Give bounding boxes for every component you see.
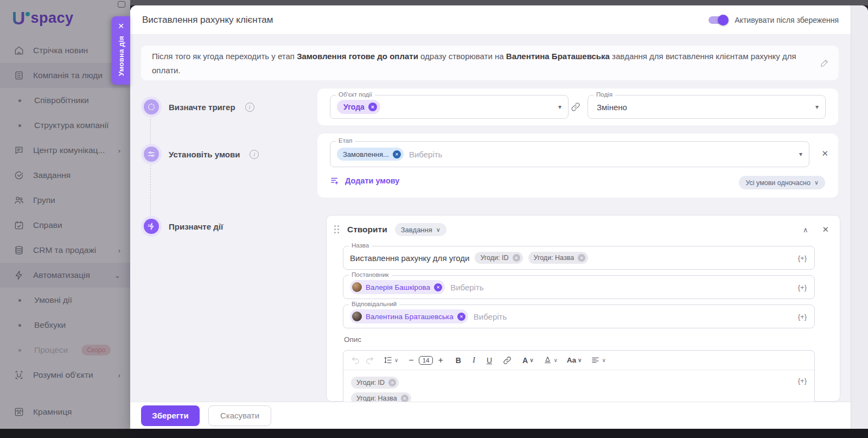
remove-chip-icon[interactable] [393, 150, 401, 158]
token-label: Угоди: Назва [356, 395, 397, 402]
conditions-step-icon [144, 147, 159, 162]
activate-toggle[interactable] [709, 16, 727, 24]
italic-button[interactable]: I [473, 356, 475, 365]
task-responsible-field[interactable]: Відповідальний Валентина Браташевська Ви… [343, 304, 815, 328]
modal-title: Виставлення рахунку клієнтам [142, 15, 273, 26]
field-placeholder: Виберіть [409, 150, 443, 159]
chip-label: Угода [343, 103, 365, 111]
redo-button[interactable] [365, 356, 374, 365]
action-card-header: Створити Завдання ∨ ∧ ✕ [334, 223, 829, 237]
stage-chip: Замовлення... [337, 148, 404, 161]
editor-content[interactable]: Угоди: ID Угоди: Назва {+} [343, 370, 814, 402]
underline-button[interactable]: U [487, 356, 492, 365]
step-label: Установіть умови [169, 150, 240, 159]
info-icon[interactable] [250, 150, 259, 159]
token-label: Угоди: ID [480, 254, 508, 262]
description-stage-highlight: Замовлення готове до оплати [297, 52, 418, 61]
variable-token-chip: Угоди: Назва [351, 392, 411, 402]
activate-toggle-label: Активувати після збереження [735, 16, 839, 24]
info-icon[interactable] [245, 103, 254, 112]
modal-scroll-gutter[interactable] [851, 5, 868, 429]
task-author-field[interactable]: Постановник Валерія Башкірова Виберіть {… [343, 275, 815, 299]
dropdown-arrow-icon[interactable] [815, 103, 819, 111]
font-size-decrease-button[interactable]: − [409, 356, 413, 365]
event-value: Змінено [597, 103, 627, 112]
remove-person-icon[interactable] [434, 283, 442, 291]
field-label: Об'єкт події [336, 91, 375, 98]
insert-variable-button[interactable]: {+} [798, 377, 807, 385]
align-button[interactable]: ∨ [591, 356, 605, 365]
text-style-button[interactable]: Aa∨ [567, 356, 582, 364]
remove-token-icon[interactable] [513, 254, 520, 262]
line-spacing-button[interactable]: ∨ [384, 356, 398, 365]
conditional-action-drawer-tab[interactable]: ✕ Умовна дія [112, 16, 130, 85]
save-button[interactable]: Зберегти [141, 405, 200, 426]
edit-description-icon[interactable] [819, 58, 830, 68]
description-person-highlight: Валентина Браташевська [506, 52, 610, 61]
conditional-action-modal: Виставлення рахунку клієнтам Активувати … [130, 5, 868, 429]
task-name-field[interactable]: Назва Виставлення рахунку для угоди Угод… [343, 246, 815, 270]
drag-handle-icon[interactable] [334, 225, 340, 234]
trigger-section: Об'єкт події Угода Подія Змінено [317, 88, 838, 125]
remove-chip-icon[interactable] [368, 103, 377, 111]
cancel-button[interactable]: Скасувати [208, 405, 271, 426]
undo-button[interactable] [351, 356, 360, 365]
field-label: Подія [593, 91, 615, 98]
insert-variable-button[interactable]: {+} [798, 254, 807, 262]
remove-condition-icon[interactable]: ✕ [821, 149, 828, 158]
stage-select[interactable]: Етап Замовлення... Виберіть [330, 141, 809, 167]
bold-button[interactable]: B [456, 356, 461, 365]
variable-token-chip: Угоди: Назва [528, 252, 589, 264]
highlight-color-button[interactable]: ∨ [543, 356, 558, 365]
editor-toolbar: ∨ − 14 + B I U A∨ ∨ Aa∨ ∨ [343, 351, 814, 370]
conditions-mode-dropdown[interactable]: Усі умови одночасно ∨ [739, 176, 825, 189]
field-label: Постановник [349, 271, 392, 278]
step-define-trigger: Визначте тригер [144, 99, 254, 115]
toggle-knob [718, 15, 729, 26]
field-placeholder: Виберіть [474, 312, 507, 321]
drawer-tab-label: Умовна дія [117, 36, 125, 76]
steps-connector [150, 116, 151, 224]
dropdown-arrow-icon[interactable] [799, 150, 802, 158]
insert-link-button[interactable] [502, 356, 512, 365]
text-color-button[interactable]: A∨ [522, 356, 533, 365]
add-condition-label: Додати умову [345, 176, 399, 185]
event-object-select[interactable]: Об'єкт події Угода [330, 95, 569, 119]
action-create-task-card: Створити Завдання ∨ ∧ ✕ Назва Вист [326, 215, 840, 402]
automation-description: Після того як угода переходить у етап За… [141, 46, 839, 80]
remove-person-icon[interactable] [457, 313, 465, 321]
avatar [352, 282, 362, 292]
font-size-increase-button[interactable]: + [438, 356, 443, 365]
remove-token-icon[interactable] [388, 379, 396, 386]
chevron-down-icon: ∨ [814, 179, 819, 186]
trigger-step-icon [144, 99, 159, 115]
field-placeholder: Виберіть [450, 283, 484, 292]
font-size-value[interactable]: 14 [419, 356, 433, 365]
event-select[interactable]: Подія Змінено [588, 95, 826, 119]
collapse-card-icon[interactable]: ∧ [803, 226, 808, 234]
responsible-person-chip: Валентина Браташевська [350, 309, 468, 323]
field-label: Етап [336, 137, 355, 144]
variable-token-chip: Угоди: ID [351, 377, 399, 389]
remove-token-icon[interactable] [578, 254, 585, 262]
field-label: Відповідальний [349, 301, 399, 307]
remove-action-icon[interactable]: ✕ [822, 225, 829, 234]
action-type-dropdown[interactable]: Завдання ∨ [395, 223, 446, 236]
add-condition-button[interactable]: Додати умову [330, 176, 399, 186]
insert-variable-button[interactable]: {+} [798, 313, 807, 321]
chip-label: Замовлення... [343, 150, 389, 158]
dropdown-arrow-icon[interactable] [558, 103, 561, 111]
close-icon[interactable]: ✕ [118, 22, 124, 30]
conditions-section: Етап Замовлення... Виберіть ✕ Додати умо… [317, 134, 838, 198]
remove-token-icon[interactable] [401, 395, 409, 402]
description-text: Після того як угода переходить у етап [152, 52, 297, 61]
token-label: Угоди: ID [356, 379, 385, 386]
task-name-value: Виставлення рахунку для угоди [350, 253, 469, 263]
description-editor[interactable]: ∨ − 14 + B I U A∨ ∨ Aa∨ ∨ [343, 350, 815, 402]
step-set-conditions: Установіть умови [144, 147, 259, 162]
insert-variable-button[interactable]: {+} [798, 283, 807, 291]
action-verb: Створити [347, 225, 387, 234]
step-label: Визначте тригер [169, 103, 235, 112]
person-name: Валентина Браташевська [366, 313, 454, 321]
modal-header: Виставлення рахунку клієнтам Активувати … [130, 5, 851, 35]
